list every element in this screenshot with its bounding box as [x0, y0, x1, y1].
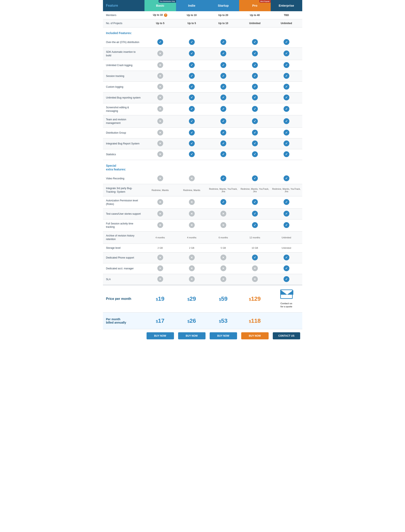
- price-basic: $19: [144, 293, 176, 304]
- annual-indie: $26: [176, 315, 208, 326]
- row-cell: [208, 149, 239, 160]
- check-icon: [220, 50, 226, 56]
- row-cell: [176, 71, 208, 82]
- row-cell: Unlimited: [271, 234, 302, 241]
- check-icon: [252, 106, 258, 112]
- projects-startup: Up to 10: [208, 20, 239, 27]
- projects-basic: Up to 5: [144, 20, 176, 27]
- projects-enterprise: Unlimited: [271, 20, 302, 27]
- buy-empty: [103, 332, 144, 339]
- check-icon: [252, 130, 258, 136]
- projects-indie: Up to 5: [176, 20, 208, 27]
- check-icon: [220, 62, 226, 68]
- row-label: Screenshot editing & messaging: [103, 103, 144, 115]
- check-icon: [252, 50, 258, 56]
- check-icon: [189, 106, 195, 112]
- row-cell: [239, 220, 271, 231]
- members-row: Members Up to 10 ? Up to 10 Up to 20 Up …: [103, 11, 302, 19]
- table-row: Statistics: [103, 149, 302, 160]
- row-cell: [176, 48, 208, 59]
- row-cell: Redmine, Mantis: [176, 187, 208, 193]
- table-row: Test cases/User stories support: [103, 209, 302, 220]
- row-cell: [271, 82, 302, 92]
- x-icon: [157, 62, 163, 68]
- annual-basic: $17: [144, 315, 176, 326]
- row-cell: [239, 173, 271, 184]
- row-cell: [144, 82, 176, 92]
- row-cell: [271, 209, 302, 219]
- row-cell: [271, 220, 302, 231]
- price-indie: $29: [176, 293, 208, 304]
- price-startup: $59: [208, 293, 239, 304]
- row-cell: [208, 71, 239, 82]
- check-icon: [284, 95, 289, 100]
- row-cell: [271, 71, 302, 82]
- row-cell: [208, 104, 239, 115]
- row-cell: Redmine, Mantis, YouTrack, Jira: [208, 186, 239, 195]
- x-icon: [157, 211, 163, 217]
- row-cell: [271, 253, 302, 263]
- annual-startup: $53: [208, 315, 239, 326]
- table-row: Autorization Permission level (Roles): [103, 196, 302, 209]
- row-cell: [271, 104, 302, 115]
- members-startup: Up to 20: [208, 12, 239, 19]
- row-cell: [144, 71, 176, 82]
- check-icon: [284, 39, 289, 45]
- enterprise-column-header: Enterprise: [271, 0, 302, 11]
- check-icon: [252, 140, 258, 146]
- row-cell: [239, 82, 271, 92]
- contact-enterprise-button[interactable]: CONTACT US: [273, 332, 300, 339]
- special-features-label: Special extra features:: [103, 160, 144, 173]
- mail-icon: [280, 290, 293, 299]
- row-cell: [271, 37, 302, 48]
- check-icon: [284, 140, 289, 146]
- members-basic: Up to 10 ?: [144, 11, 176, 19]
- row-cell: [271, 60, 302, 71]
- contact-info-box: Contact us for a quote: [273, 287, 300, 311]
- check-icon: [220, 106, 226, 112]
- x-icon: [189, 175, 195, 181]
- buy-startup-button[interactable]: BUY NOW: [210, 332, 237, 339]
- buy-basic-button[interactable]: BUY NOW: [147, 332, 174, 339]
- x-icon: [157, 222, 163, 228]
- row-cell: [176, 138, 208, 149]
- row-cell: [239, 104, 271, 115]
- x-icon: [189, 199, 195, 205]
- row-cell: Redmine, Mantis, YouTrack, Jira: [271, 186, 302, 195]
- x-icon: [157, 255, 163, 260]
- row-cell: 4 months: [144, 234, 176, 241]
- buy-pro-button[interactable]: BUY NOW: [241, 332, 269, 339]
- row-cell: [239, 209, 271, 219]
- row-cell: 2 GB: [144, 245, 176, 251]
- row-cell: [176, 128, 208, 138]
- check-icon: [284, 106, 289, 112]
- feature-column-header: Feature: [103, 0, 144, 11]
- row-label: Integrated Bug Report System: [103, 139, 144, 148]
- buy-basic-cell: BUY NOW: [144, 332, 176, 339]
- row-cell: [208, 263, 239, 274]
- members-pro: Up to 40: [239, 12, 271, 19]
- buy-startup-cell: BUY NOW: [208, 332, 239, 339]
- distribution-badge: Free Distribution Only: [159, 0, 176, 3]
- check-icon: [252, 95, 258, 100]
- row-cell: [208, 173, 239, 184]
- table-row: Full Session activity time tracking: [103, 220, 302, 232]
- row-cell: [176, 253, 208, 263]
- row-cell: Redmine, Mantis, YouTrack, Jira: [239, 186, 271, 195]
- row-cell: [176, 60, 208, 71]
- row-cell: [176, 149, 208, 160]
- table-row: Dedicated acct. manager: [103, 263, 302, 274]
- row-cell: [144, 104, 176, 115]
- row-cell: [208, 220, 239, 231]
- buy-indie-button[interactable]: BUY NOW: [178, 332, 205, 339]
- table-header: Feature Free Distribution Only Basic Ind…: [103, 0, 302, 11]
- row-cell: [144, 263, 176, 274]
- check-icon: [252, 73, 258, 79]
- check-icon: [252, 222, 258, 228]
- question-mark: ?: [164, 14, 167, 17]
- row-cell: 4 months: [176, 234, 208, 241]
- check-icon: [189, 130, 195, 136]
- row-label: SLA: [103, 275, 144, 284]
- row-cell: [271, 92, 302, 103]
- check-icon: [220, 73, 226, 79]
